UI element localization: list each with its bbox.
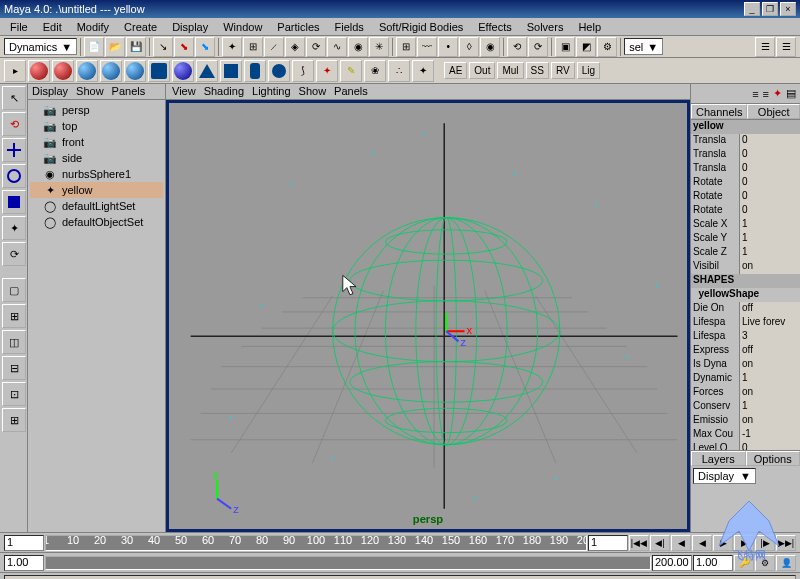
menu-display[interactable]: Display [166,20,214,34]
select-misc-icon[interactable]: ✳ [369,37,389,57]
outliner-item-side[interactable]: 📷side [30,150,163,166]
selection-mask-dropdown[interactable]: sel▼ [624,38,663,55]
select-hierarchy-icon[interactable]: ↘ [153,37,173,57]
show-menu[interactable]: Show [299,85,327,98]
object-tab[interactable]: Object [747,104,800,119]
outliner-panels-menu[interactable]: Panels [112,85,146,98]
shelf-icon-11[interactable] [268,60,290,82]
channel-value[interactable]: 0 [739,442,800,450]
outliner-list[interactable]: 📷persp📷top📷front📷side◉nurbsSphere1✦yello… [28,100,165,532]
shelf-icon-6[interactable] [148,60,170,82]
manip-icon[interactable]: ✦ [773,87,782,100]
hypershade-icon[interactable]: ⊡ [2,382,26,406]
shelf-icon-3[interactable] [76,60,98,82]
persp-graph-icon[interactable]: ⊟ [2,356,26,380]
shelf-icon-7[interactable] [172,60,194,82]
shelf-icon-13[interactable]: ✦ [316,60,338,82]
minimize-button[interactable]: _ [744,2,760,16]
channel-row[interactable]: Expressoff [691,344,800,358]
maximize-button[interactable]: ❐ [762,2,778,16]
step-back-button[interactable]: ◀| [650,535,670,551]
shelf-icon-8[interactable] [196,60,218,82]
time-end-field[interactable]: 1 [588,535,628,551]
select-render-icon[interactable]: ◉ [348,37,368,57]
channel-row[interactable]: Rotate 0 [691,176,800,190]
channel-row[interactable]: Scale X1 [691,218,800,232]
rotate-tool[interactable] [2,164,26,188]
channel-row[interactable]: SHAPES [691,274,800,288]
layers-tab[interactable]: Layers [691,451,746,466]
persp-hypergraph-icon[interactable]: ⊞ [2,408,26,432]
menu-edit[interactable]: Edit [37,20,68,34]
shelf-icon-14[interactable]: ✎ [340,60,362,82]
step-forward-button[interactable]: |▶ [755,535,775,551]
scale-tool[interactable] [2,190,26,214]
menu-help[interactable]: Help [572,20,607,34]
indent-left-icon[interactable]: ≡ [752,88,758,100]
shading-menu[interactable]: Shading [204,85,244,98]
shelf-icon-12[interactable]: ⟆ [292,60,314,82]
shelf-icon-16[interactable]: ∴ [388,60,410,82]
channel-row[interactable]: Rotate 0 [691,204,800,218]
shelf-icon-1[interactable] [28,60,50,82]
current-time-field[interactable]: 1.00 [693,555,733,571]
shelf-icon-2[interactable] [52,60,74,82]
shelf-icon-10[interactable] [244,60,266,82]
command-line[interactable] [4,575,796,579]
playback-end-button[interactable]: ▶▶| [776,535,796,551]
lasso-tool[interactable]: ⟲ [2,112,26,136]
channel-value[interactable]: 0 [739,176,800,190]
shelf-icon-15[interactable]: ❀ [364,60,386,82]
channel-value[interactable]: off [739,344,800,358]
channel-value[interactable]: on [739,260,800,274]
save-scene-button[interactable]: 💾 [126,37,146,57]
select-handle-icon[interactable]: ✦ [222,37,242,57]
shelf-tab-lig[interactable]: Lig [577,62,600,79]
select-tool[interactable]: ↖ [2,86,26,110]
channel-value[interactable]: 1 [739,400,800,414]
outliner-show-menu[interactable]: Show [76,85,104,98]
channel-row[interactable]: Dynamic1 [691,372,800,386]
menu-softrigidbodies[interactable]: Soft/Rigid Bodies [373,20,469,34]
channel-value[interactable]: 1 [739,372,800,386]
channel-row[interactable]: Level O0 [691,442,800,450]
outliner-item-persp[interactable]: 📷persp [30,102,163,118]
render-globals-icon[interactable]: ⚙ [597,37,617,57]
play-forward-button[interactable]: ▶ [713,535,733,551]
outliner-item-defaultLightSet[interactable]: ◯defaultLightSet [30,198,163,214]
channel-value[interactable]: off [739,302,800,316]
move-tool[interactable] [2,138,26,162]
persp-outliner-icon[interactable]: ◫ [2,330,26,354]
key-back-button[interactable]: ◀ [671,535,691,551]
ipr-render-icon[interactable]: ◩ [576,37,596,57]
shelf-tab-ae[interactable]: AE [444,62,467,79]
channel-row[interactable]: Scale Z1 [691,246,800,260]
channel-row[interactable]: Transla0 [691,134,800,148]
menu-solvers[interactable]: Solvers [521,20,570,34]
module-dropdown[interactable]: Dynamics▼ [4,38,77,55]
four-view-icon[interactable]: ⊞ [2,304,26,328]
menu-fields[interactable]: Fields [329,20,370,34]
range-start-field[interactable]: 1.00 [4,555,44,571]
show-layer-editor-icon[interactable]: ☰ [776,37,796,57]
channel-value[interactable]: on [739,358,800,372]
select-component-icon[interactable]: ⬊ [195,37,215,57]
shelf-tab-mul[interactable]: Mul [497,62,523,79]
channel-row[interactable]: Transla0 [691,148,800,162]
menu-modify[interactable]: Modify [71,20,115,34]
range-track[interactable] [45,556,651,570]
snap-grid-icon[interactable]: ⊞ [396,37,416,57]
channel-value[interactable]: 3 [739,330,800,344]
viewport-3d[interactable]: x z y z persp [166,100,690,532]
time-slider-track[interactable]: 1102030405060708090100110120130140150160… [45,535,587,551]
channel-value[interactable]: 0 [739,148,800,162]
last-tool[interactable]: ⟳ [2,242,26,266]
playback-start-button[interactable]: |◀◀ [629,535,649,551]
channel-value[interactable]: 0 [739,134,800,148]
channel-value[interactable]: on [739,386,800,400]
channel-value[interactable]: 0 [739,162,800,176]
auto-key-button[interactable]: 🔑 [734,555,754,571]
render-icon[interactable]: ▣ [555,37,575,57]
channel-row[interactable]: Visibilon [691,260,800,274]
channel-value[interactable]: 1 [739,218,800,232]
